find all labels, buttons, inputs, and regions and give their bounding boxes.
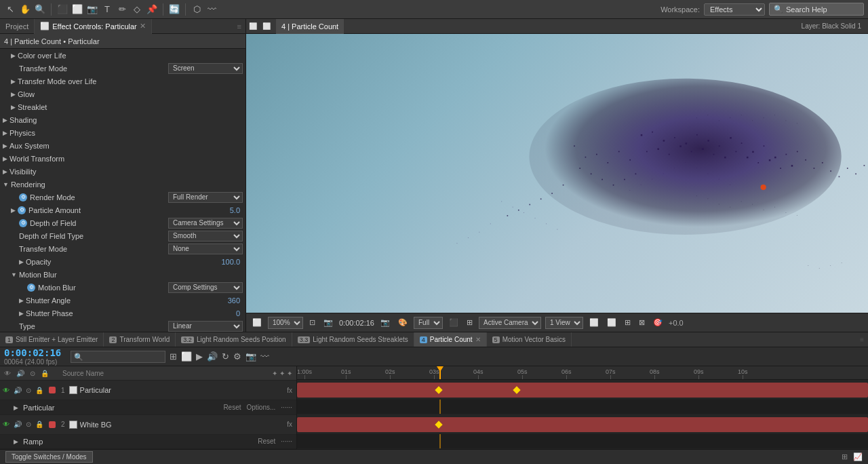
- timeline-tab-3-3[interactable]: 3.3 Light Random Seeds Streaklets: [292, 332, 414, 347]
- type-row[interactable]: Type Linear: [0, 320, 245, 332]
- layer-1-vis[interactable]: 👁: [3, 387, 9, 394]
- transfer-mode2-row[interactable]: Transfer Mode None: [0, 242, 245, 255]
- comp-tab-particle-count[interactable]: 4 | Particle Count: [276, 19, 344, 34]
- camera-dropdown[interactable]: Active Camera: [479, 317, 541, 329]
- transfer-mode-dropdown[interactable]: Screen: [168, 63, 243, 74]
- render-mini-icon[interactable]: ⬜: [181, 351, 192, 362]
- options-btn[interactable]: Options...: [245, 404, 277, 411]
- extra-btn[interactable]: ······: [279, 404, 294, 411]
- expand-all-icon[interactable]: ⊞: [842, 452, 848, 461]
- layer-2-solo[interactable]: ⊙: [26, 421, 31, 428]
- timeline-tab-5[interactable]: 5 Motion Vector Basics: [487, 332, 572, 347]
- motion-blur-dropdown[interactable]: Comp Settings: [168, 282, 243, 293]
- visibility-row[interactable]: ▶ Visibility: [0, 165, 245, 178]
- glow-row[interactable]: ▶ Glow: [0, 88, 245, 100]
- ramp-expand-arrow[interactable]: ▶: [14, 438, 18, 445]
- physics-row[interactable]: ▶ Physics: [0, 126, 245, 139]
- transfer-mode-row[interactable]: Transfer Mode Screen: [0, 62, 245, 75]
- zoom-tool-icon[interactable]: 🔍: [34, 3, 46, 16]
- text-tool-icon[interactable]: T: [101, 3, 113, 16]
- motion-blur-section-row[interactable]: ▼ Motion Blur: [0, 268, 245, 281]
- timeline-panel-menu[interactable]: ≡: [860, 336, 868, 343]
- color-icon[interactable]: 🎨: [396, 318, 410, 327]
- shading-row[interactable]: ▶ Shading: [0, 113, 245, 126]
- layer-1-audio[interactable]: 🔊: [14, 387, 22, 394]
- dof-type-dropdown[interactable]: Smooth: [168, 231, 243, 241]
- quality-dropdown[interactable]: Full: [414, 317, 443, 329]
- reset-btn[interactable]: Reset: [222, 404, 242, 411]
- color-over-life-row[interactable]: ▶ Color over Life: [0, 49, 245, 62]
- transfer-mode2-dropdown[interactable]: None: [168, 244, 243, 254]
- ramp-reset-btn[interactable]: Reset: [256, 438, 277, 445]
- align-controls-icon[interactable]: ⊞: [623, 318, 633, 327]
- shutter-phase-row[interactable]: ▶ Shutter Phase 0: [0, 307, 245, 320]
- timeline-tab-4-close[interactable]: ✕: [475, 336, 481, 343]
- streaklet-row[interactable]: ▶ Streaklet: [0, 100, 245, 113]
- motion-mini-icon[interactable]: 〰: [260, 351, 269, 362]
- toggle-modes-button[interactable]: Toggle Switches / Modes: [5, 451, 93, 463]
- comp-panel-menu[interactable]: Layer: Black Solid 1: [802, 22, 865, 30]
- dof-type-row[interactable]: Depth of Field Type Smooth: [0, 229, 245, 242]
- timeline-tab-2[interactable]: 2 Transform World: [104, 332, 176, 347]
- pen-tool-icon[interactable]: ✏: [116, 3, 128, 16]
- graph-editor-icon[interactable]: 📈: [853, 452, 863, 461]
- shape-tool-icon[interactable]: ◇: [131, 3, 143, 16]
- puppet-tool-icon[interactable]: 📌: [146, 3, 158, 16]
- view-dropdown[interactable]: 1 View: [545, 317, 583, 329]
- 3d-icon[interactable]: ⬜: [605, 318, 618, 327]
- snapshot-icon[interactable]: 📷: [321, 318, 335, 327]
- display-options-icon[interactable]: ⬛: [447, 318, 460, 327]
- hand-tool-icon[interactable]: ✋: [19, 3, 31, 16]
- layer-2-effect-row[interactable]: ▶ Ramp Reset ······: [0, 435, 296, 449]
- layer-1-effect-row[interactable]: ▶ Particular Reset Options... ······: [0, 400, 296, 414]
- coord-icon[interactable]: 🎯: [651, 318, 665, 327]
- zoom-dropdown[interactable]: 100%: [268, 317, 303, 329]
- shutter-angle-row[interactable]: ▶ Shutter Angle 360: [0, 294, 245, 307]
- layer-2-fx-btn[interactable]: fx: [285, 421, 294, 428]
- project-tab[interactable]: Project: [0, 19, 35, 34]
- layer-2-vis[interactable]: 👁: [3, 421, 9, 428]
- dof-dropdown[interactable]: Camera Settings: [168, 218, 243, 229]
- fit-icon[interactable]: ⊡: [307, 318, 317, 327]
- effect-controls-close[interactable]: ✕: [140, 22, 146, 31]
- render-mode-dropdown[interactable]: Full Render: [168, 192, 243, 203]
- layer-2-lock[interactable]: 🔒: [35, 421, 43, 428]
- search-input[interactable]: [71, 351, 165, 363]
- playhead[interactable]: [439, 366, 441, 379]
- new-comp-icon[interactable]: ⬛: [56, 3, 68, 16]
- grid-icon[interactable]: ⬜: [250, 318, 264, 327]
- settings-icon[interactable]: ⚙: [233, 351, 241, 362]
- layer-1-solo[interactable]: ⊙: [26, 387, 31, 394]
- comp-mini-icon[interactable]: ⊞: [170, 351, 177, 362]
- grid2-icon[interactable]: ⊞: [465, 318, 475, 327]
- layer-1-row[interactable]: 👁 🔊 ⊙ 🔒 1 Particular fx: [0, 381, 296, 400]
- roto-tool-icon[interactable]: 🔄: [168, 3, 180, 16]
- motion-icon[interactable]: ⊠: [637, 318, 647, 327]
- timeline-tab-1[interactable]: 1 Still Emitter + Layer Emitter: [0, 332, 104, 347]
- aux-system-row[interactable]: ▶ Aux System: [0, 139, 245, 152]
- world-transform-row[interactable]: ▶ World Transform: [0, 152, 245, 165]
- effect-expand-arrow[interactable]: ▶: [14, 404, 18, 411]
- layer-2-row[interactable]: 👁 🔊 ⊙ 🔒 2 White BG fx: [0, 415, 296, 435]
- snapshot-mini-icon[interactable]: 📷: [245, 351, 256, 362]
- select-tool-icon[interactable]: ↖: [4, 3, 16, 16]
- preview-icon[interactable]: ▶: [196, 351, 203, 362]
- motion-blur-row[interactable]: ⚙ Motion Blur Comp Settings: [0, 281, 245, 294]
- effect-controls-tab[interactable]: ⬜ Effect Controls: Particular ✕: [35, 19, 152, 34]
- panel-menu-icon[interactable]: ≡: [237, 22, 245, 31]
- layer-2-audio[interactable]: 🔊: [14, 421, 22, 428]
- type-dropdown[interactable]: Linear: [168, 321, 243, 332]
- render-mode-row[interactable]: ⚙ Render Mode Full Render: [0, 191, 245, 204]
- camera-icon[interactable]: 📷: [86, 3, 98, 16]
- loop-icon[interactable]: ↻: [222, 351, 229, 362]
- opacity-row[interactable]: ▶ Opacity 100.0: [0, 255, 245, 268]
- rendering-row[interactable]: ▼ Rendering: [0, 178, 245, 191]
- transfer-mode-over-life-row[interactable]: ▶ Transfer Mode over Life: [0, 75, 245, 88]
- particle-amount-row[interactable]: ▶ ⚙ Particle Amount 5.0: [0, 204, 245, 216]
- layer-1-fx-btn[interactable]: fx: [285, 387, 294, 394]
- timeline-tab-3-2[interactable]: 3.2 Light Random Seeds Position: [176, 332, 292, 347]
- render-icon-btn[interactable]: ⬜: [587, 318, 601, 327]
- audio-icon[interactable]: 🔊: [207, 351, 218, 362]
- solid-icon[interactable]: ⬜: [71, 3, 83, 16]
- workspace-dropdown[interactable]: Effects: [704, 3, 765, 16]
